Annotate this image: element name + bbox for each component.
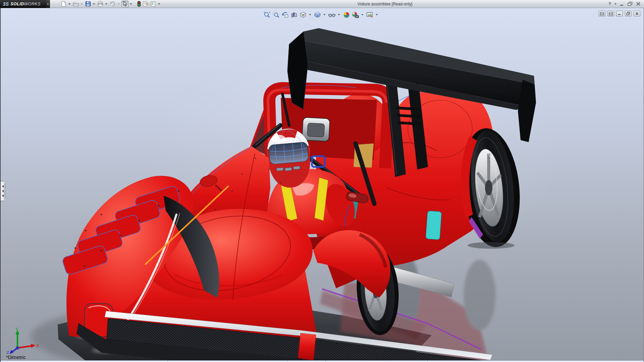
help-dropdown[interactable] [614,3,616,5]
close-document-icon [635,12,639,15]
zoom-to-fit-icon [263,11,270,18]
expand-pane-button[interactable] [607,11,614,16]
select-button[interactable] [121,1,128,7]
zoom-to-area-button[interactable] [272,11,280,19]
view-settings-button[interactable] [352,11,360,19]
hide-show-items-button[interactable] [328,11,336,19]
undo-button[interactable] [109,1,116,7]
close-document-button[interactable] [634,11,640,16]
triad-z-label: Z [7,351,9,355]
file-properties-button[interactable] [142,1,149,7]
chevron-left-icon [2,190,4,192]
reference-triad: Y X Z [6,327,40,355]
close-button[interactable] [636,2,641,6]
expand-pane-icon [609,12,613,15]
display-style-dropdown[interactable] [324,14,326,15]
options-dropdown[interactable] [158,3,160,5]
grille-pillar [298,333,316,361]
wing-endplate-left [287,32,308,109]
scene-options-button[interactable] [366,11,374,19]
document-title: Voiture assomblee [Read-only] [161,2,608,6]
view-orientation-label: *Dimetric [6,355,26,360]
undo-dropdown[interactable] [118,3,120,5]
open-button[interactable] [72,1,79,7]
new-document-dropdown[interactable] [68,3,70,5]
view-orientation-icon [300,11,307,18]
collapse-pane-button[interactable] [599,11,605,16]
titlebar: 3S SOLIDWORKS ▸ [0,0,644,8]
print-button[interactable] [97,1,104,7]
apply-scene-button[interactable] [342,11,351,19]
document-window-controls [599,11,640,16]
scene-options-dropdown[interactable] [376,14,378,15]
checklist-icon [150,1,156,7]
traffic-light-icon [137,1,141,7]
main-toolbar [60,1,161,7]
select-cursor-icon [122,1,127,7]
window-controls: ? [608,1,644,6]
save-dropdown[interactable] [93,3,95,5]
previous-view-button[interactable] [281,11,289,19]
view-settings-icon [352,11,359,18]
view-settings-dropdown[interactable] [362,14,364,15]
car-model-render [1,8,644,362]
save-floppy-icon [85,1,91,7]
triad-x-label: X [36,344,39,348]
minimize-document-icon [618,12,621,15]
print-dropdown[interactable] [105,3,107,5]
eyeglasses-icon [328,11,336,18]
zoom-to-area-icon [272,11,279,18]
side-window-teal [426,211,442,240]
graphics-area[interactable]: Y X Z *Dimetric [0,8,644,362]
section-view-button[interactable] [290,11,298,19]
restore-button[interactable] [628,2,633,6]
display-style-icon [314,11,321,18]
menu-expand-arrow-icon[interactable]: ▸ [46,0,50,8]
hide-show-items-dropdown[interactable] [338,14,340,15]
undo-icon [110,1,116,7]
restore-document-button[interactable] [625,11,632,16]
open-folder-icon [73,1,79,7]
sheet-with-hand-icon [143,1,149,7]
status-bar-edge [1,360,644,362]
print-icon [97,1,103,7]
restore-document-icon [626,12,630,15]
feature-manager-collapsed-tab[interactable] [1,181,5,201]
solidworks-logo: 3S SOLIDWORKS [0,0,46,8]
solidworks-logo-text: SOLIDWORKS [10,2,40,6]
minimize-document-button[interactable] [616,11,623,16]
help-button[interactable]: ? [608,1,611,6]
minimize-button[interactable] [620,2,624,6]
headsup-view-toolbar [263,11,379,19]
chevron-left-icon [2,194,4,197]
view-orientation-dropdown[interactable] [309,14,311,15]
open-dropdown[interactable] [81,3,83,5]
collapse-pane-icon [600,12,604,15]
options-checklist-button[interactable] [150,1,157,7]
chevron-left-icon [2,185,4,188]
apply-scene-icon [343,11,350,18]
triad-y-label: Y [15,327,18,331]
rebuild-button[interactable] [137,1,142,7]
previous-view-icon [281,11,288,18]
display-style-button[interactable] [314,11,322,19]
save-button[interactable] [85,1,92,7]
new-document-button[interactable] [60,1,67,7]
view-orientation-button[interactable] [299,11,307,19]
scene-options-icon [366,11,374,18]
roll-hoop-intake [302,117,330,141]
section-view-icon [290,11,298,18]
zoom-to-fit-button[interactable] [263,11,271,19]
ds-logo-mark: 3S [3,1,9,7]
select-dropdown[interactable] [130,3,132,5]
new-document-icon [61,1,66,7]
